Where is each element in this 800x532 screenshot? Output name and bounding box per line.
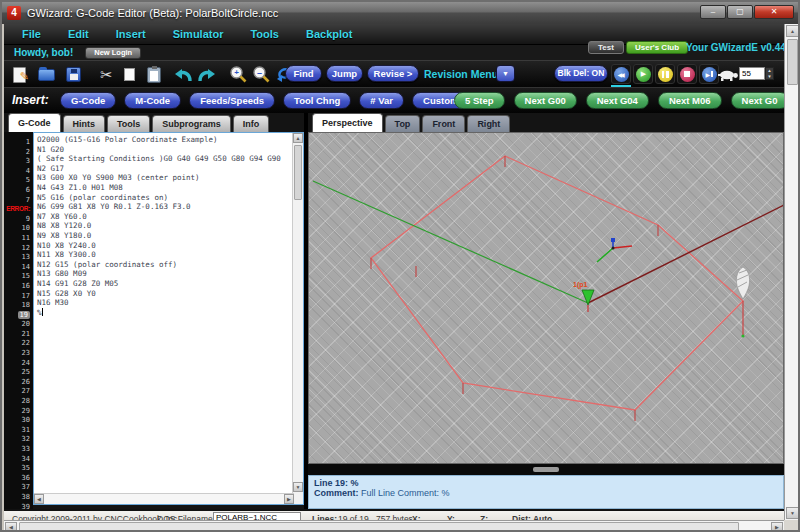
code-line-17[interactable]: N15 G28 X0 Y0 <box>37 289 291 299</box>
title-bar[interactable]: 4 GWizard: G-Code Editor (Beta): PolarBo… <box>2 2 798 24</box>
code-line-5[interactable]: N3 G00 X0 Y0 S900 M03 (center point) <box>37 173 291 183</box>
menu-item-edit[interactable]: Edit <box>68 28 89 40</box>
tab-hints[interactable]: Hints <box>63 115 106 132</box>
code-line-15[interactable]: N13 G80 M09 <box>37 269 291 279</box>
app-content: FileEditInsertSimulatorToolsBackplot How… <box>4 24 784 520</box>
tab-front[interactable]: Front <box>422 115 465 132</box>
insert-tool-chng-button[interactable]: Tool Chng <box>283 92 351 109</box>
toolpath-hexagon <box>371 156 743 410</box>
rewind-icon: ◀◀ <box>614 67 629 82</box>
backplot-view[interactable]: 1(p1 <box>308 132 784 464</box>
gutter-line: 39 <box>4 499 33 509</box>
pause-button[interactable] <box>655 64 675 84</box>
find-button[interactable]: Find <box>285 65 322 82</box>
jump-button[interactable]: Jump <box>326 65 363 82</box>
paste-button[interactable] <box>143 64 164 85</box>
editor-tab-bar: G-CodeHintsToolsSubprogramsInfo <box>4 113 269 132</box>
window-vertical-scrollbar[interactable]: ▲ ▼ <box>784 24 800 520</box>
redo-icon <box>197 66 217 83</box>
save-button[interactable] <box>63 64 84 85</box>
new-file-button[interactable]: ✎ <box>9 64 30 85</box>
tab-info[interactable]: Info <box>233 115 270 132</box>
users-club-button[interactable]: User's Club <box>626 41 688 54</box>
gutter-line: 34 <box>4 451 33 461</box>
test-button[interactable]: Test <box>588 41 624 54</box>
tab-right[interactable]: Right <box>467 115 510 132</box>
step-next-g00-button[interactable]: Next G00 <box>514 92 577 109</box>
editor-panel: G-CodeHintsToolsSubprogramsInfo 1234567E… <box>4 113 304 509</box>
tab-tools[interactable]: Tools <box>107 115 150 132</box>
editor-vertical-scrollbar[interactable]: ▲ ▼ <box>292 133 303 504</box>
tab-g-code[interactable]: G-Code <box>8 113 61 132</box>
step-next-g0-button[interactable]: Next G0 <box>731 92 784 109</box>
speed-spinner[interactable]: ▲▼ <box>765 67 774 80</box>
code-line-8[interactable]: N6 G99 G81 X8 Y0 R0.1 Z-0.163 F3.0 <box>37 202 291 212</box>
slow-speed-button[interactable] <box>716 64 739 85</box>
rewind-button[interactable]: ◀◀ <box>611 64 631 84</box>
tab-subprograms[interactable]: Subprograms <box>152 115 231 132</box>
redo-button[interactable] <box>196 64 217 85</box>
zoom-out-button[interactable]: – <box>251 64 272 85</box>
tab-perspective[interactable]: Perspective <box>312 113 383 132</box>
maximize-button[interactable]: ▢ <box>727 5 753 19</box>
code-line-12[interactable]: N10 X8 Y240.0 <box>37 241 291 251</box>
insert-m-code-button[interactable]: M-Code <box>124 92 181 109</box>
undo-button[interactable] <box>172 64 193 85</box>
code-line-4[interactable]: N2 G17 <box>37 164 291 174</box>
step-next-g04-button[interactable]: Next G04 <box>586 92 649 109</box>
insert-feeds-speeds-button[interactable]: Feeds/Speeds <box>189 92 275 109</box>
code-line-10[interactable]: N8 X8 Y120.0 <box>37 221 291 231</box>
tab-top[interactable]: Top <box>385 115 421 132</box>
code-line-7[interactable]: N5 G16 (polar coordinates on) <box>37 193 291 203</box>
code-line-1[interactable]: O2000 (G15-G16 Polar Coordinate Example) <box>37 135 291 145</box>
code-line-11[interactable]: N9 X8 Y180.0 <box>37 231 291 241</box>
revision-menu-dropdown[interactable]: ▼ <box>496 65 515 82</box>
code-line-16[interactable]: N14 G91 G28 Z0 M05 <box>37 279 291 289</box>
insert-var-button[interactable]: # Var <box>359 92 404 109</box>
step-5-step-button[interactable]: 5 Step <box>454 92 505 109</box>
insert-g-code-button[interactable]: G-Code <box>60 92 116 109</box>
code-line-2[interactable]: N1 G20 <box>37 145 291 155</box>
gutter-line: 15 <box>4 268 33 278</box>
close-button[interactable]: ✕ <box>754 5 794 19</box>
code-line-3[interactable]: ( Safe Starting Conditions )G0 G40 G49 G… <box>37 154 291 164</box>
revise-button[interactable]: Revise > <box>367 65 419 82</box>
splitter-handle[interactable] <box>533 467 559 472</box>
code-line-19[interactable]: % <box>37 308 291 318</box>
splitter-divider[interactable] <box>308 464 784 475</box>
new-login-button[interactable]: New Login <box>85 47 141 59</box>
menu-item-file[interactable]: File <box>22 28 41 40</box>
gcode-editor[interactable]: O2000 (G15-G16 Polar Coordinate Example)… <box>33 132 304 505</box>
code-line-18[interactable]: N16 M30 <box>37 298 291 308</box>
code-line-6[interactable]: N4 G43 Z1.0 H01 M08 <box>37 183 291 193</box>
tool-position-cone <box>582 290 594 305</box>
zoom-in-button[interactable]: + <box>228 64 249 85</box>
play-button[interactable]: ▶ <box>633 64 653 84</box>
speed-input[interactable] <box>739 67 765 80</box>
stop-button[interactable] <box>677 64 697 84</box>
menu-item-tools[interactable]: Tools <box>250 28 279 40</box>
gutter-line: 18 <box>4 297 33 307</box>
cut-button[interactable]: ✂ <box>96 64 117 85</box>
menu-item-backplot[interactable]: Backplot <box>306 28 352 40</box>
menu-item-simulator[interactable]: Simulator <box>173 28 224 40</box>
gutter-line: 12 <box>4 240 33 250</box>
code-line-9[interactable]: N7 X8 Y60.0 <box>37 212 291 222</box>
gutter-line: 9 <box>4 211 33 221</box>
code-line-14[interactable]: N12 G15 (polar coordinates off) <box>37 260 291 270</box>
window-horizontal-scrollbar[interactable]: ◀ ▶ <box>4 520 784 532</box>
menu-item-insert[interactable]: Insert <box>116 28 146 40</box>
step-next-m06-button[interactable]: Next M06 <box>658 92 722 109</box>
open-file-button[interactable] <box>36 64 57 85</box>
editor-horizontal-scrollbar[interactable]: ◀ ▶ <box>34 493 294 504</box>
blk-del-toggle[interactable]: Blk Del: ON <box>554 65 608 82</box>
copy-button[interactable] <box>119 64 140 85</box>
gutter-line: 29 <box>4 403 33 413</box>
code-line-13[interactable]: N11 X8 Y300.0 <box>37 250 291 260</box>
insert-label: Insert: <box>12 93 49 107</box>
gutter-line: 33 <box>4 441 33 451</box>
minimize-button[interactable]: – <box>700 5 726 19</box>
paste-icon <box>147 67 161 83</box>
backplot-svg: 1(p1 <box>309 133 784 464</box>
dos-filename-input[interactable] <box>213 512 301 520</box>
